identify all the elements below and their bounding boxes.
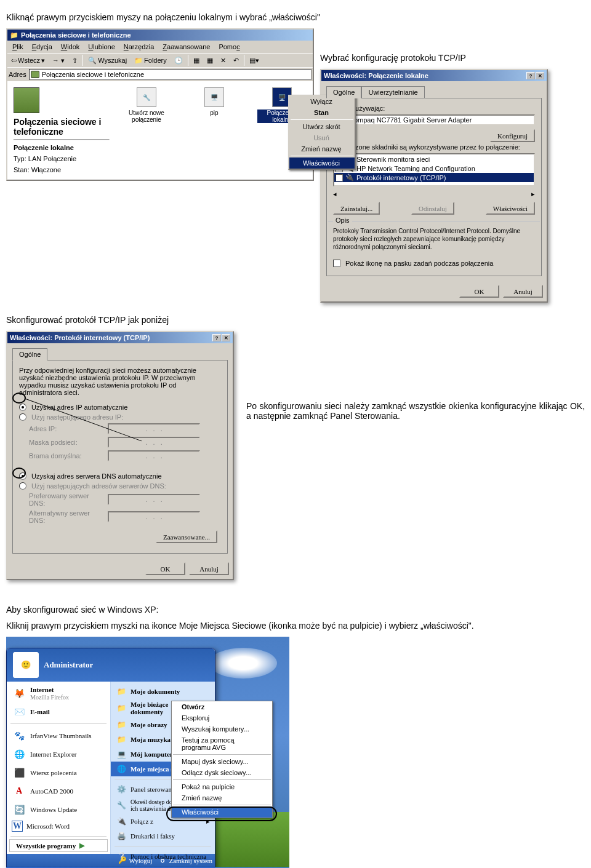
explorer-menubar: Plik Edycja Widok Ulubione Narzędzia Zaa… [7,41,313,53]
folder-icon: 📁 [10,31,18,39]
checkbox-icon[interactable]: ✓ [336,174,343,181]
xp-ctx-props[interactable]: Właściwości [172,806,272,818]
panel-title: Połączenia sieciowe i telefoniczne [14,117,110,137]
properties-button[interactable]: Właściwości [486,202,535,215]
icon-local-connection[interactable]: 🖥️ Połączenie lokalne Wyłącz Stan Utwórz… [257,87,307,173]
close-button[interactable]: ✕ [536,72,544,79]
cancel-button[interactable]: Anuluj [189,562,229,575]
xp-item-docs[interactable]: 📁Moje dokumenty [111,684,215,699]
ok-button[interactable]: OK [145,562,185,575]
xp-context-menu: Otwórz Eksploruj Wyszukaj komputery... T… [171,701,273,818]
explorer-titlebar: 📁Połączenia sieciowe i telefoniczne [7,30,313,41]
xp-ctx-map[interactable]: Mapuj dysk sieciowy... [172,756,272,767]
menu-help[interactable]: Pomoc [215,42,243,52]
icon-pip[interactable]: 🖥️ pip [190,87,239,173]
xp-item-word[interactable]: WMicrosoft Word [7,819,110,834]
radio-manual-ip[interactable] [19,413,26,421]
menu-tools[interactable]: Narzędzia [120,42,158,52]
shutdown-button[interactable]: ⭘Zamknij system [159,857,212,864]
cancel-button[interactable]: Anuluj [503,285,543,298]
install-button[interactable]: Zainstaluj... [333,202,380,215]
components-list[interactable]: ✓ 🔌 Sterownik monitora sieci ✓ 🔌 HP Netw… [333,153,535,186]
folders-button[interactable]: 📁Foldery [132,55,169,66]
undo-button[interactable]: ↶ [231,55,241,66]
ctx-rename[interactable]: Zmień nazwę [289,143,355,154]
list-item[interactable]: ✓ 🔌 HP Network Teaming and Configuration [334,164,534,173]
network-icon: 🌐 [116,763,127,774]
menu-fav[interactable]: Ulubione [84,42,118,52]
network-icon [31,71,39,78]
ctx-status[interactable]: Stan [289,107,355,118]
xp-ctx-open[interactable]: Otwórz [172,701,272,712]
context-menu: Wyłącz Stan Utwórz skrót Usuń Zmień nazw… [288,95,356,170]
ok-button[interactable]: OK [459,285,499,298]
address-field[interactable]: Połączenia sieciowe i telefoniczne [29,69,312,80]
ctx-properties[interactable]: Właściwości [289,157,355,169]
xp-ctx-avg[interactable]: Testuj za pomocą programu AVG [172,735,272,753]
search-button[interactable]: 🔍Wyszukaj [86,55,129,66]
gateway-field: . . . [108,450,200,461]
xp-ctx-search[interactable]: Wyszukaj komputery... [172,723,272,735]
delete-button[interactable]: ✕ [218,55,228,66]
xp-item-acad[interactable]: AAutoCAD 2000 [7,782,110,800]
xp-item-internet[interactable]: 🦊InternetMozilla Firefox [7,684,110,703]
icon-new-connection[interactable]: 🔧 Utwórz nowe połączenie [122,87,171,173]
xp-item-ie[interactable]: 🌐Internet Explorer [7,745,110,763]
printer-icon: 🖨️ [116,830,127,842]
radio-auto-ip[interactable] [19,404,26,411]
advanced-button[interactable]: Zaawansowane... [156,530,217,543]
firefox-icon: 🦊 [12,686,26,701]
menu-file[interactable]: Plik [9,42,27,52]
help-button[interactable]: ? [526,72,535,79]
manual-ip-label: Użyj następującego adresu IP: [31,413,123,421]
close-button[interactable]: ✕ [222,334,230,341]
history-button[interactable]: 🕒 [172,55,185,66]
tab-general[interactable]: Ogólne [12,348,47,360]
username: Administrator [44,660,93,670]
radio-manual-dns[interactable] [19,482,26,490]
xp-ctx-explore[interactable]: Eksploruj [172,712,272,723]
views-button[interactable]: ▤▾ [247,55,262,66]
logoff-button[interactable]: 🔑Wyloguj [118,856,153,864]
scroll-left-icon[interactable]: ◂ [333,190,337,198]
help-button[interactable]: ? [212,334,221,341]
tab-auth[interactable]: Uwierzytelnianie [361,86,424,98]
xp-item-printers[interactable]: 🖨️Drukarki i faksy [111,829,215,843]
ctx-shortcut[interactable]: Utwórz skrót [289,121,355,132]
panel-type: LAN Połączenie [28,155,76,162]
configure-button[interactable]: Konfiguruj [490,129,535,142]
tab-general[interactable]: Ogólne [326,86,361,98]
explorer-toolbar: ⇦ Wstecz ▾ → ▾ ⇧ 🔍Wyszukaj 📁Foldery 🕒 ▦ … [7,53,313,67]
xp-ctx-desktop[interactable]: Pokaż na pulpicie [172,781,272,792]
avatar: 🙂 [13,652,39,678]
up-button[interactable]: ⇧ [70,55,80,66]
menu-adv[interactable]: Zaawansowane [159,42,214,52]
list-item[interactable]: ✓ 🔌 Sterownik monitora sieci [334,154,534,164]
xp-item-email[interactable]: ✉️E-mail [7,703,110,721]
move-button[interactable]: ▦ [191,55,202,66]
xp-header: 🙂 Administrator [7,648,215,682]
menu-view[interactable]: Widok [57,42,84,52]
copy-button[interactable]: ▦ [204,55,215,66]
menu-edit[interactable]: Edycja [28,42,56,52]
dns1-field: . . . [108,494,200,505]
xp-item-cmd[interactable]: ⬛Wiersz polecenia [7,763,110,782]
forward-button[interactable]: → ▾ [50,55,67,66]
list-item-selected[interactable]: ✓ 🔌 Protokół internetowy (TCP/IP) [334,173,534,182]
xp-all-programs[interactable]: Wszystkie programy ▶ [9,839,108,852]
connection-icon: 🖥️ [204,87,224,107]
logoff-icon: 🔑 [118,856,127,864]
scroll-right-icon[interactable]: ▸ [531,190,535,198]
cloud-decoration [209,648,277,679]
cp-icon: ⚙️ [116,784,127,795]
folder-icon: 📁 [116,719,127,730]
show-icon-checkbox[interactable] [333,260,340,267]
xp-item-irfan[interactable]: 🐾IrfanView Thumbnails [7,727,110,745]
instruction-6: Kliknij prawym przyciskiem myszki na iko… [6,621,585,631]
radio-auto-dns[interactable] [19,472,26,480]
xp-ctx-unmap[interactable]: Odłącz dysk sieciowy... [172,767,272,778]
xp-item-update[interactable]: 🔄Windows Update [7,800,110,819]
back-button[interactable]: ⇦ Wstecz ▾ [9,55,47,66]
xp-ctx-rename[interactable]: Zmień nazwę [172,792,272,803]
desc-text: Protokoły Transmission Control Protocol/… [333,227,535,251]
